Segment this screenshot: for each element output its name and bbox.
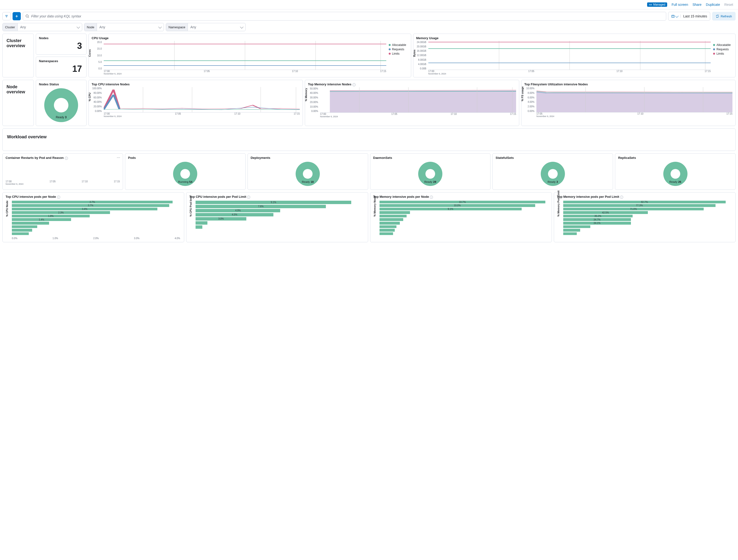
node-overview-row: Node overview Nodes Status Ready 3 Top C…	[0, 80, 738, 128]
workload-overview-banner: Workload overview	[2, 128, 736, 151]
top-cpu-nodes-panel[interactable]: Top CPU intensive Nodes % CPU 100.00%80.…	[88, 80, 303, 126]
panel-menu-icon[interactable]: ⋯	[116, 155, 121, 160]
info-icon[interactable]: i	[57, 196, 60, 199]
top-fs-nodes-panel[interactable]: Top Filesystem Utilization intensive Nod…	[521, 80, 736, 126]
glasses-icon	[649, 3, 652, 6]
chevron-down-icon	[675, 14, 679, 17]
deployments-panel[interactable]: Deployments Ready 18	[248, 153, 368, 190]
memory-usage-panel[interactable]: Memory Usage Bytes 24.00GB20.00GB16.00GB…	[413, 34, 736, 77]
filter-toggle-button[interactable]	[2, 12, 11, 20]
y-axis: 20.015.010.05.00.0	[92, 41, 103, 70]
svg-marker-4	[330, 90, 516, 112]
filter-icon	[5, 14, 8, 18]
refresh-icon	[716, 14, 719, 18]
search-input-wrap[interactable]	[23, 12, 666, 21]
workload-donuts-row: ⋯ Container Restarts by Pod and Reasoni …	[0, 153, 738, 192]
namespaces-metric-panel[interactable]: Namespaces 17	[36, 57, 86, 78]
area-chart	[320, 87, 516, 112]
chevron-down-icon	[158, 25, 162, 28]
top-pods-bar-row: Top CPU intensive pods per Nodei % CPU N…	[0, 192, 738, 245]
info-icon[interactable]: i	[65, 157, 68, 160]
sparkline	[104, 87, 300, 112]
calendar-icon	[671, 14, 675, 18]
mem_pods_node-panel[interactable]: Top Memory intensive pods per Nodei % Me…	[370, 192, 552, 242]
cpu-usage-panel[interactable]: CPU Usage Cores 20.015.010.05.00.0 17:00…	[88, 34, 411, 77]
add-filter-button[interactable]: +	[13, 12, 21, 20]
time-range-value: Last 15 minutes	[683, 14, 707, 18]
nodes-metric-panel[interactable]: Nodes 3	[36, 34, 86, 55]
hbar-list: 10.7%10.0%9.1%	[380, 200, 549, 235]
plus-icon: +	[15, 14, 18, 18]
container-restarts-panel[interactable]: ⋯ Container Restarts by Pod and Reasoni …	[2, 153, 123, 190]
nodes-count: 3	[39, 41, 83, 51]
cluster-overview-row: Cluster overview Nodes 3 Namespaces 17 C…	[0, 34, 738, 80]
empty-chart	[6, 161, 120, 180]
namespaces-count: 17	[39, 64, 83, 74]
filter-namespace[interactable]: Namespace Any	[166, 23, 246, 31]
replicasets-panel[interactable]: ReplicaSets Ready 26	[615, 153, 736, 190]
duplicate-link[interactable]: Duplicate	[706, 3, 720, 7]
cpu_pods_limit-panel[interactable]: Top CPU intensive pods per Pod Limiti % …	[186, 192, 368, 242]
legend: AllocatableRequestsLimits	[389, 41, 408, 75]
node-overview-title: Node overview	[2, 80, 34, 126]
fullscreen-link[interactable]: Full screen	[672, 3, 688, 7]
kql-search-input[interactable]	[31, 14, 664, 18]
svg-point-2	[26, 15, 28, 17]
hbar-list: 3.7%3.7%3.4%2.3%1.8%1.4%	[12, 200, 181, 235]
statefulsets-panel[interactable]: StatefulSets Ready 3	[492, 153, 613, 190]
svg-rect-3	[672, 15, 674, 18]
plot-area	[104, 41, 386, 70]
toolbar: + Last 15 minutes Refresh	[0, 9, 738, 23]
top-memory-nodes-panel[interactable]: Top Memory intensive Nodesi % Memory 50.…	[305, 80, 519, 126]
filter-node[interactable]: Node Any	[84, 23, 164, 31]
nodes-status-panel[interactable]: Nodes Status Ready 3	[36, 80, 86, 126]
pods-panel[interactable]: Pods Running 54	[125, 153, 246, 190]
info-icon[interactable]: i	[352, 83, 356, 86]
hbar-list: 9.1%7.6%4.9%4.5%3.0%	[196, 200, 365, 235]
info-icon[interactable]: i	[430, 196, 433, 199]
info-icon[interactable]: i	[620, 196, 623, 199]
legend: AllocatableRequestsLimits	[713, 41, 732, 75]
chevron-down-icon	[240, 25, 244, 28]
managed-badge: Managed	[647, 2, 667, 7]
reset-link: Reset	[724, 3, 733, 7]
info-icon[interactable]: i	[247, 196, 250, 199]
search-icon	[25, 14, 29, 18]
page-header: Managed Full screen Share Duplicate Rese…	[0, 0, 738, 9]
cpu_pods_node-panel[interactable]: Top CPU intensive pods per Nodei % CPU N…	[2, 192, 184, 242]
mem_pods_limit-panel[interactable]: Top Memory intensive pods per Pod Limiti…	[554, 192, 736, 242]
filter-cluster[interactable]: Cluster Any	[2, 23, 82, 31]
refresh-button[interactable]: Refresh	[712, 12, 736, 21]
filters-row: Cluster Any Node Any Namespace Any	[0, 23, 738, 34]
cluster-overview-title: Cluster overview	[2, 34, 34, 77]
hbar-list: 82.7%77.3%71.0%42.5%35.2%34.7%34.1%	[563, 200, 732, 235]
time-range-picker[interactable]: Last 15 minutes	[668, 12, 710, 21]
daemonsets-panel[interactable]: DaemonSets Ready 28	[370, 153, 491, 190]
chevron-down-icon	[77, 25, 80, 28]
share-link[interactable]: Share	[693, 3, 702, 7]
